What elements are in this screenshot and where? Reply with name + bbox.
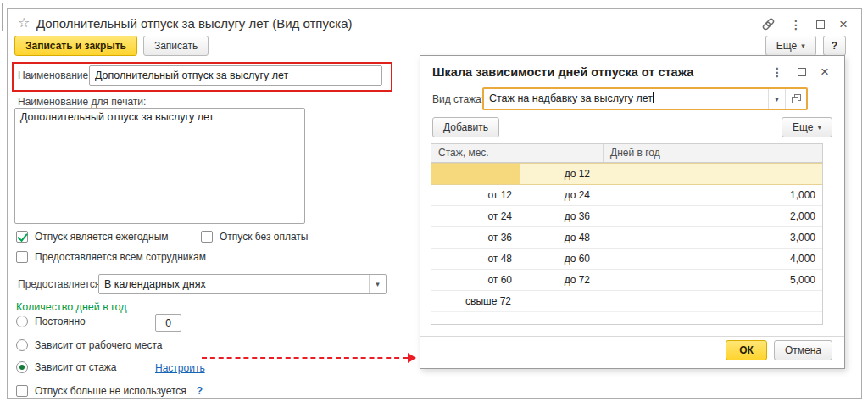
cell-days[interactable]: 1,000: [604, 185, 822, 205]
cell-to[interactable]: [604, 291, 687, 311]
cell-to[interactable]: до 12: [520, 164, 604, 184]
cell-days[interactable]: 4,000: [604, 249, 822, 269]
provided-select[interactable]: В календарных днях ▾: [98, 274, 387, 294]
radio-icon[interactable]: [16, 316, 28, 327]
provided-label: Предоставляется:: [18, 278, 103, 290]
text-caret: [653, 92, 654, 103]
checkbox-unpaid-label: Отпуск без оплаты: [220, 231, 308, 243]
table-row[interactable]: до 12: [431, 163, 822, 185]
table-row[interactable]: свыше 72: [431, 291, 822, 312]
checkbox-icon[interactable]: [16, 251, 28, 263]
chevron-down-icon[interactable]: ▾: [768, 89, 785, 109]
checkbox-unpaid[interactable]: Отпуск без оплаты: [201, 231, 308, 243]
checkbox-all-employees-label: Предоставляется всем сотрудникам: [35, 251, 206, 263]
cell-to[interactable]: до 60: [520, 249, 604, 269]
cell-days[interactable]: 2,000: [604, 206, 822, 226]
form-toolbar-right: Еще▾ ?: [765, 36, 846, 56]
table-row[interactable]: от 60 до 72 5,000: [431, 270, 822, 291]
cell-from[interactable]: от 48: [431, 249, 520, 269]
chevron-down-icon: ▾: [817, 123, 821, 131]
radio-seniority-label: Зависит от стажа: [35, 361, 117, 373]
cell-to[interactable]: до 72: [520, 270, 604, 290]
radio-icon[interactable]: [16, 339, 28, 351]
favorite-star-icon[interactable]: ☆: [18, 14, 30, 31]
cell-to[interactable]: до 48: [520, 227, 604, 248]
cell-from[interactable]: от 36: [431, 227, 520, 248]
table-header: Стаж, мес. Дней в год: [431, 144, 822, 163]
annotation-arrow: [202, 357, 408, 359]
help-button[interactable]: ?: [823, 36, 846, 56]
column-header-days[interactable]: Дней в год: [604, 144, 822, 162]
close-icon[interactable]: ×: [821, 66, 829, 78]
days-per-year-heading: Количество дней в год: [16, 301, 127, 313]
cell-from[interactable]: от 24: [431, 206, 520, 226]
name-input[interactable]: [89, 65, 382, 86]
print-name-label: Наименование для печати:: [18, 96, 146, 108]
cell-from[interactable]: свыше 72: [431, 291, 604, 311]
table-empty-strip: [431, 312, 822, 324]
menu-kebab-icon[interactable]: ⋮: [790, 19, 802, 31]
seniority-scale-dialog: Шкала зависимости дней отпуска от стажа …: [420, 55, 845, 369]
add-row-button[interactable]: Добавить: [432, 117, 499, 137]
cell-from[interactable]: от 12: [431, 185, 520, 205]
cell-from[interactable]: от 60: [431, 270, 520, 290]
seniority-scale-table: Стаж, мес. Дней в год до 12 от 12 до 24 …: [431, 143, 823, 325]
dialog-footer: ОК Отмена: [726, 340, 832, 360]
print-name-textarea[interactable]: Дополнительный отпуск за выслугу лет: [14, 108, 305, 224]
seniority-kind-label: Вид стажа:: [432, 93, 484, 105]
configure-link[interactable]: Настроить: [155, 362, 205, 374]
checkbox-icon[interactable]: [16, 231, 28, 243]
menu-kebab-icon[interactable]: ⋮: [771, 66, 783, 78]
form-toolbar: Записать и закрыть Записать: [14, 36, 209, 56]
seniority-kind-value: Стаж на надбавку за выслугу лет: [489, 92, 653, 104]
name-label: Наименование:: [18, 70, 92, 81]
cell-days[interactable]: 5,000: [604, 270, 822, 290]
column-header-experience[interactable]: Стаж, мес.: [431, 144, 604, 162]
maximize-icon[interactable]: [816, 20, 825, 29]
radio-constant-label: Постоянно: [35, 316, 86, 327]
table-row[interactable]: от 12 до 24 1,000: [431, 185, 822, 206]
maximize-icon[interactable]: [798, 68, 806, 76]
link-icon[interactable]: [761, 17, 776, 31]
cell-days[interactable]: [604, 164, 822, 184]
constant-days-input[interactable]: [155, 314, 181, 332]
table-row[interactable]: от 48 до 60 4,000: [431, 249, 822, 270]
seniority-kind-input[interactable]: Стаж на надбавку за выслугу лет ▾: [482, 87, 808, 110]
dialog-title: Шкала зависимости дней отпуска от стажа: [432, 65, 693, 79]
checkbox-annual[interactable]: Отпуск является ежегодным: [16, 231, 169, 243]
open-form-icon[interactable]: [785, 89, 806, 109]
checkbox-icon[interactable]: [16, 385, 28, 397]
dialog-window-controls: ⋮ ×: [771, 66, 829, 78]
checkbox-not-used-label: Отпуск больше не используется: [35, 385, 186, 397]
save-and-close-button[interactable]: Записать и закрыть: [14, 36, 137, 56]
more-button[interactable]: Еще▾: [765, 36, 816, 56]
checkbox-all-employees[interactable]: Предоставляется всем сотрудникам: [16, 251, 206, 263]
radio-workplace-label: Зависит от рабочего места: [35, 339, 162, 351]
chevron-down-icon[interactable]: ▾: [369, 275, 386, 293]
checkbox-icon[interactable]: [201, 231, 213, 243]
table-row[interactable]: от 24 до 36 2,000: [431, 206, 822, 227]
checkbox-annual-label: Отпуск является ежегодным: [35, 231, 169, 243]
chevron-down-icon: ▾: [801, 42, 805, 50]
radio-workplace[interactable]: Зависит от рабочего места: [16, 339, 162, 351]
close-icon[interactable]: ×: [839, 19, 848, 31]
cell-to[interactable]: до 36: [520, 206, 604, 226]
inline-help-icon[interactable]: ?: [197, 385, 203, 397]
footer-divider: [420, 336, 844, 337]
cell-days[interactable]: 3,000: [604, 227, 822, 248]
radio-seniority[interactable]: Зависит от стажа: [16, 361, 117, 373]
cell-days[interactable]: [687, 291, 822, 311]
dialog-more-button[interactable]: Еще▾: [782, 117, 832, 137]
scale-table-body: до 12 от 12 до 24 1,000 от 24 до 36 2,00…: [431, 163, 822, 312]
cancel-button[interactable]: Отмена: [774, 340, 832, 360]
provided-select-value: В календарных днях: [99, 275, 369, 293]
cell-from[interactable]: [431, 164, 520, 184]
radio-constant[interactable]: Постоянно: [16, 316, 86, 327]
radio-icon[interactable]: [16, 361, 28, 373]
cell-to[interactable]: до 24: [520, 185, 604, 205]
save-button[interactable]: Записать: [143, 36, 209, 56]
ok-button[interactable]: ОК: [726, 340, 767, 360]
window-title: Дополнительный отпуск за выслугу лет (Ви…: [36, 16, 353, 31]
checkbox-not-used[interactable]: Отпуск больше не используется ?: [16, 385, 203, 397]
table-row[interactable]: от 36 до 48 3,000: [431, 227, 822, 249]
